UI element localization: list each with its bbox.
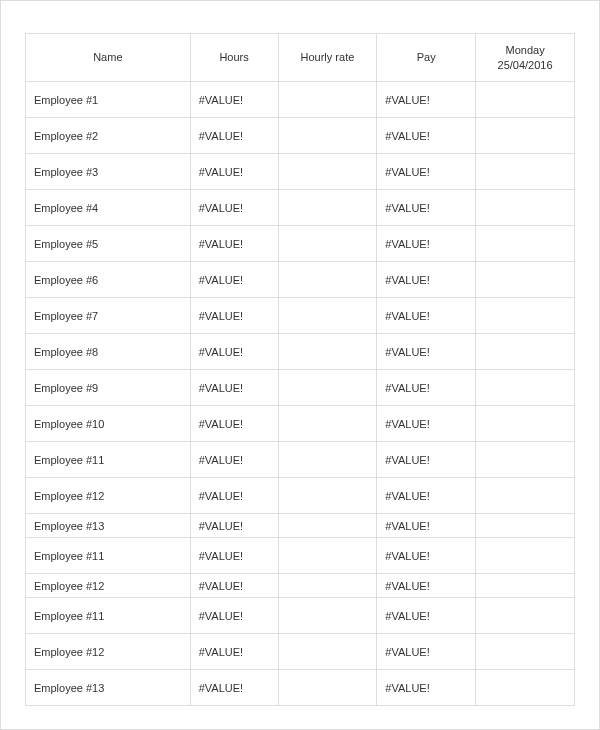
payroll-table: Name Hours Hourly rate Pay Monday 25/04/… — [25, 33, 575, 706]
cell-name: Employee #2 — [26, 118, 191, 154]
cell-hours: #VALUE! — [190, 574, 278, 598]
cell-hours: #VALUE! — [190, 478, 278, 514]
cell-rate — [278, 226, 377, 262]
cell-pay: #VALUE! — [377, 574, 476, 598]
table-row: Employee #12#VALUE!#VALUE! — [26, 478, 575, 514]
table-row: Employee #5#VALUE!#VALUE! — [26, 226, 575, 262]
cell-hours: #VALUE! — [190, 118, 278, 154]
cell-pay: #VALUE! — [377, 634, 476, 670]
cell-day — [476, 634, 575, 670]
cell-name: Employee #12 — [26, 478, 191, 514]
cell-name: Employee #9 — [26, 370, 191, 406]
table-row: Employee #13#VALUE!#VALUE! — [26, 670, 575, 706]
table-row: Employee #1#VALUE!#VALUE! — [26, 82, 575, 118]
cell-pay: #VALUE! — [377, 514, 476, 538]
cell-hours: #VALUE! — [190, 334, 278, 370]
col-header-name: Name — [26, 34, 191, 82]
cell-rate — [278, 634, 377, 670]
cell-hours: #VALUE! — [190, 154, 278, 190]
table-row: Employee #11#VALUE!#VALUE! — [26, 442, 575, 478]
cell-hours: #VALUE! — [190, 262, 278, 298]
cell-hours: #VALUE! — [190, 442, 278, 478]
cell-name: Employee #10 — [26, 406, 191, 442]
table-row: Employee #13#VALUE!#VALUE! — [26, 514, 575, 538]
cell-rate — [278, 478, 377, 514]
cell-pay: #VALUE! — [377, 154, 476, 190]
cell-name: Employee #3 — [26, 154, 191, 190]
cell-name: Employee #7 — [26, 298, 191, 334]
cell-day — [476, 442, 575, 478]
cell-rate — [278, 334, 377, 370]
col-header-day-line2: 25/04/2016 — [498, 59, 553, 71]
cell-day — [476, 670, 575, 706]
cell-rate — [278, 298, 377, 334]
table-row: Employee #9#VALUE!#VALUE! — [26, 370, 575, 406]
table-row: Employee #6#VALUE!#VALUE! — [26, 262, 575, 298]
table-row: Employee #3#VALUE!#VALUE! — [26, 154, 575, 190]
col-header-day-line1: Monday — [506, 44, 545, 56]
table-row: Employee #12#VALUE!#VALUE! — [26, 574, 575, 598]
cell-day — [476, 514, 575, 538]
cell-hours: #VALUE! — [190, 538, 278, 574]
cell-pay: #VALUE! — [377, 670, 476, 706]
cell-day — [476, 298, 575, 334]
cell-name: Employee #5 — [26, 226, 191, 262]
cell-rate — [278, 118, 377, 154]
table-row: Employee #2#VALUE!#VALUE! — [26, 118, 575, 154]
cell-day — [476, 370, 575, 406]
cell-hours: #VALUE! — [190, 190, 278, 226]
cell-rate — [278, 598, 377, 634]
cell-pay: #VALUE! — [377, 82, 476, 118]
cell-name: Employee #11 — [26, 442, 191, 478]
page-frame: Name Hours Hourly rate Pay Monday 25/04/… — [0, 0, 600, 730]
cell-day — [476, 82, 575, 118]
cell-day — [476, 226, 575, 262]
cell-day — [476, 538, 575, 574]
cell-day — [476, 118, 575, 154]
cell-rate — [278, 82, 377, 118]
table-row: Employee #10#VALUE!#VALUE! — [26, 406, 575, 442]
cell-name: Employee #12 — [26, 574, 191, 598]
col-header-hours: Hours — [190, 34, 278, 82]
cell-hours: #VALUE! — [190, 514, 278, 538]
cell-rate — [278, 514, 377, 538]
cell-hours: #VALUE! — [190, 670, 278, 706]
cell-pay: #VALUE! — [377, 478, 476, 514]
cell-pay: #VALUE! — [377, 118, 476, 154]
cell-day — [476, 574, 575, 598]
cell-rate — [278, 370, 377, 406]
cell-hours: #VALUE! — [190, 370, 278, 406]
cell-pay: #VALUE! — [377, 598, 476, 634]
cell-name: Employee #13 — [26, 514, 191, 538]
cell-pay: #VALUE! — [377, 334, 476, 370]
cell-pay: #VALUE! — [377, 262, 476, 298]
cell-pay: #VALUE! — [377, 406, 476, 442]
cell-day — [476, 154, 575, 190]
cell-name: Employee #12 — [26, 634, 191, 670]
cell-hours: #VALUE! — [190, 598, 278, 634]
table-row: Employee #4#VALUE!#VALUE! — [26, 190, 575, 226]
cell-rate — [278, 442, 377, 478]
col-header-pay: Pay — [377, 34, 476, 82]
table-row: Employee #7#VALUE!#VALUE! — [26, 298, 575, 334]
table-row: Employee #11#VALUE!#VALUE! — [26, 598, 575, 634]
table-header-row: Name Hours Hourly rate Pay Monday 25/04/… — [26, 34, 575, 82]
cell-rate — [278, 406, 377, 442]
cell-rate — [278, 190, 377, 226]
cell-hours: #VALUE! — [190, 226, 278, 262]
cell-hours: #VALUE! — [190, 298, 278, 334]
cell-name: Employee #6 — [26, 262, 191, 298]
cell-rate — [278, 670, 377, 706]
cell-rate — [278, 262, 377, 298]
cell-name: Employee #11 — [26, 598, 191, 634]
cell-day — [476, 262, 575, 298]
cell-pay: #VALUE! — [377, 442, 476, 478]
cell-hours: #VALUE! — [190, 406, 278, 442]
cell-name: Employee #13 — [26, 670, 191, 706]
cell-pay: #VALUE! — [377, 226, 476, 262]
cell-hours: #VALUE! — [190, 82, 278, 118]
cell-pay: #VALUE! — [377, 298, 476, 334]
cell-name: Employee #1 — [26, 82, 191, 118]
cell-name: Employee #8 — [26, 334, 191, 370]
cell-pay: #VALUE! — [377, 190, 476, 226]
